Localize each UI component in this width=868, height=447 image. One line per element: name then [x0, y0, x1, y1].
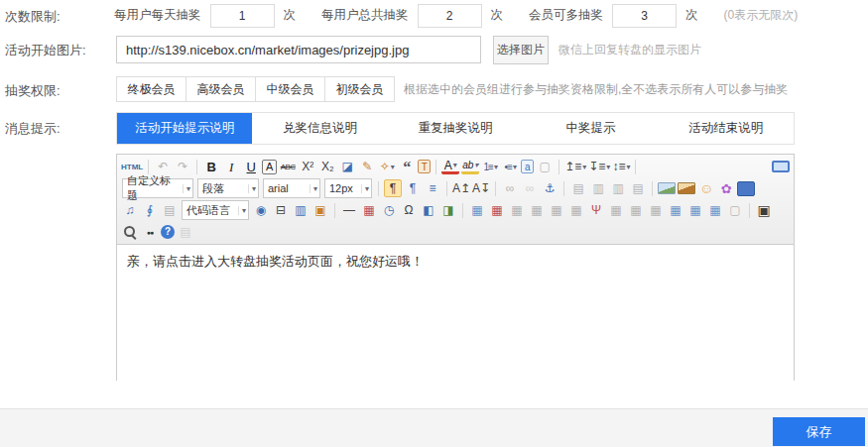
delete-row-icon[interactable]: ▦ [627, 201, 645, 219]
insert-col-icon[interactable]: ▦ [567, 201, 585, 219]
underline-icon[interactable]: U [242, 158, 260, 175]
page-break-icon[interactable]: ⊟ [272, 201, 290, 219]
ordered-list-icon[interactable]: 1≡▾ [481, 158, 499, 175]
delete-col-icon[interactable]: ▦ [647, 201, 665, 219]
heading-select[interactable]: 自定义标题▾ [122, 178, 193, 198]
message-tab[interactable]: 兑奖信息说明 [252, 113, 387, 144]
preview-icon[interactable] [121, 223, 139, 241]
small-file-icon[interactable]: ▤ [161, 201, 179, 219]
message-tab[interactable]: 活动结束说明 [659, 113, 794, 144]
clock-icon[interactable]: ◷ [380, 201, 398, 219]
horizontal-rule-icon[interactable]: — [340, 201, 358, 219]
paragraph-select[interactable]: 段落▾ [197, 178, 259, 198]
attachment-icon[interactable]: ∮ [141, 201, 159, 219]
help-icon[interactable]: ? [161, 225, 175, 239]
chart-icon[interactable]: ◧ [420, 201, 437, 219]
anchor-style-icon[interactable]: a [521, 160, 534, 173]
format-brush-icon[interactable]: ✎ [358, 158, 376, 175]
limit-count-input[interactable] [418, 4, 482, 28]
indent-icon[interactable]: ≡ [424, 179, 441, 197]
message-tab[interactable]: 重复抽奖说明 [388, 113, 523, 144]
toolbar-separator [495, 181, 496, 196]
member-group-button[interactable]: 终极会员 [116, 76, 186, 102]
limit-count-input[interactable] [612, 4, 677, 28]
table-insert-icon[interactable]: ▦ [468, 201, 486, 219]
limit-count-input[interactable] [210, 4, 275, 28]
member-group-button[interactable]: 中级会员 [255, 76, 325, 102]
paste-icon[interactable]: ▤ [177, 223, 194, 241]
music-icon[interactable]: ♫ [121, 201, 139, 219]
subscript-icon[interactable]: X₂ [318, 158, 336, 175]
choose-image-button[interactable]: 选择图片 [493, 36, 549, 64]
line-height-icon[interactable]: ↕≡▾ [612, 158, 630, 175]
insert-row-icon[interactable]: ▦ [548, 201, 565, 219]
message-tab[interactable]: 中奖提示 [523, 113, 658, 144]
unordered-list-icon[interactable]: •≡▾ [501, 158, 519, 175]
special-char-icon[interactable]: Ω [400, 201, 418, 219]
image-align-left-icon[interactable]: ▤ [569, 179, 587, 197]
limit-unit-label: 次 [491, 7, 504, 24]
image-upload-icon[interactable] [678, 182, 695, 194]
font-color-icon[interactable]: A▾ [441, 159, 459, 174]
columns-icon[interactable]: ▥ [292, 201, 310, 219]
message-tab[interactable]: 活动开始提示说明 [117, 113, 252, 144]
image-label: 活动开始图片: [5, 42, 86, 59]
highlight-color-icon[interactable]: ab▾ [461, 159, 479, 174]
code-language-select[interactable]: 代码语言▾ [182, 200, 249, 220]
italic-icon[interactable]: I [222, 158, 240, 175]
bold-icon[interactable]: B [202, 158, 220, 175]
split-cell-icon[interactable]: Ψ [587, 201, 605, 219]
media-icon[interactable] [737, 181, 755, 196]
limits-label: 次数限制: [5, 8, 61, 26]
toolbar-row: ♫∮▤代码语言▾◉⊟▥▣—▦◷Ω◧◨▦▦▦▦▦▦Ψ▦▦▦▦▦▦▢▣ [120, 199, 791, 221]
quick-format-icon[interactable]: ✧▾ [378, 158, 396, 175]
blockquote-icon[interactable]: “ [398, 158, 416, 175]
editor-content[interactable]: 亲，请点击进入大转盘抽奖活动页面，祝您好运哦！ [117, 245, 794, 382]
fullscreen-icon[interactable] [772, 161, 790, 172]
merge-cell-icon[interactable]: ▦ [607, 201, 625, 219]
image-icon[interactable] [658, 182, 676, 194]
image-align-center-icon[interactable]: ▥ [589, 179, 607, 197]
find-replace-icon[interactable]: ●● [141, 223, 159, 241]
font-size-up-icon[interactable]: A↥ [452, 179, 470, 197]
limit-field-label: 每用户总共抽奖 [321, 7, 409, 24]
member-group-button[interactable]: 高级会员 [186, 76, 256, 102]
font-family-select[interactable]: arial▾ [263, 178, 320, 198]
unlink-icon[interactable]: ∞ [521, 179, 539, 197]
image-url-input[interactable] [116, 36, 481, 63]
code-globe-icon[interactable]: ◉ [252, 201, 270, 219]
palette-icon[interactable]: ✿ [717, 179, 735, 197]
remove-format-icon[interactable]: ◪ [338, 158, 356, 175]
strikethrough-icon[interactable]: ABC [279, 158, 297, 175]
font-size-down-icon[interactable]: A↧ [472, 179, 490, 197]
emoticon-icon[interactable]: ☺ [697, 179, 715, 197]
image-block-icon[interactable]: ▤ [629, 179, 647, 197]
cell-prop-icon[interactable]: ▦ [528, 201, 546, 219]
ltr-icon[interactable]: ¶ [384, 179, 402, 197]
font-style-icon[interactable]: A [262, 160, 277, 174]
table-prop-icon[interactable]: ▦ [508, 201, 526, 219]
link-icon[interactable]: ∞ [501, 179, 519, 197]
image-align-right-icon[interactable]: ▥ [609, 179, 627, 197]
chevron-down-icon: ▾ [453, 160, 457, 171]
member-group-button[interactable]: 初级会员 [324, 76, 395, 102]
table-grid-icon[interactable]: ▦ [706, 201, 724, 219]
font-size-select[interactable]: 12px▾ [324, 178, 372, 198]
table-border-icon[interactable]: ▦ [686, 201, 704, 219]
map-icon[interactable]: ◨ [439, 201, 457, 219]
paste-plain-icon[interactable]: T [418, 160, 431, 173]
margin-top-icon[interactable]: ↥≡▾ [564, 158, 586, 175]
calendar-icon[interactable]: ▦ [360, 201, 378, 219]
table-delete-icon[interactable]: ▦ [488, 201, 506, 219]
iframe-icon[interactable]: ▣ [311, 201, 329, 219]
margin-bottom-icon[interactable]: ↧≡▾ [588, 158, 610, 175]
page-template-icon[interactable]: ▢ [726, 201, 744, 219]
save-button[interactable]: 保存 [773, 417, 865, 446]
new-document-icon[interactable]: ▢ [536, 158, 554, 175]
anchor-icon[interactable]: ⚓ [541, 179, 558, 197]
superscript-icon[interactable]: X² [299, 158, 316, 175]
font-size-select-value: 12px [329, 182, 353, 194]
rtl-icon[interactable]: ¶ [404, 179, 422, 197]
print-icon[interactable]: ▣ [755, 201, 773, 219]
table-header-icon[interactable]: ▦ [667, 201, 684, 219]
